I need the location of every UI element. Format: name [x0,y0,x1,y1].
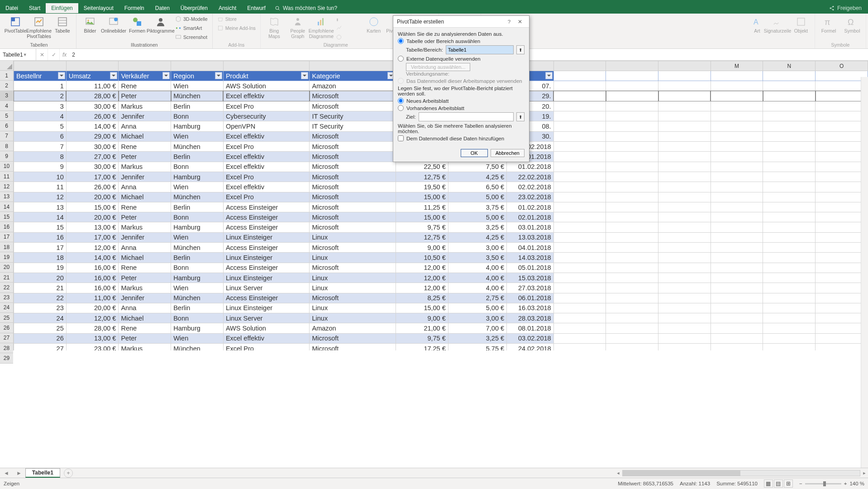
range-picker-icon[interactable]: ⬆ [516,112,525,121]
table-column-header[interactable]: Kategorie [310,71,396,81]
radio-table-range[interactable]: Tabelle oder Bereich auswählen [398,38,525,44]
ribbon-tab[interactable]: Formeln [119,3,150,13]
smartart-button[interactable]: SmartArt [173,24,210,33]
ribbon-tab[interactable]: Einfügen [46,3,78,13]
filter-icon[interactable] [301,72,308,79]
table-row[interactable]: 2320,00 €AnnaBerlinLinux EinsteigerLinux… [14,303,868,313]
table-row[interactable]: 2723,00 €MarkusMünchenExcel ProMicrosoft… [14,344,868,350]
filter-icon[interactable] [162,72,170,79]
table-row[interactable]: 930,00 €MarkusBonnExcel effektivMicrosof… [14,162,868,172]
table-column-header[interactable]: Produkt [223,71,310,81]
row-headers[interactable]: 1234567891011121314151617181920212223242… [0,61,14,350]
svg-rect-20 [176,35,181,38]
pivottable-button[interactable]: PivotTable [5,14,26,34]
help-icon[interactable]: ? [504,19,515,24]
column-header[interactable]: N [763,61,816,71]
maps-button[interactable]: Karten [363,14,385,34]
people-graph-button[interactable]: People Graph [287,14,309,39]
ok-button[interactable]: OK [461,149,488,157]
table-row[interactable]: 2412,00 €MichaelBonnLinux ServerLinux9,0… [14,313,868,323]
horizontal-scrollbar[interactable]: ◄► [615,468,868,478]
table-row[interactable]: 2116,00 €MarkusWienLinux ServerLinux12,0… [14,283,868,293]
share-button[interactable]: Freigeben [823,3,868,13]
radio-external-source[interactable]: Externe Datenquelle verwenden [398,56,525,62]
ribbon-tab[interactable]: Entwurf [242,3,271,13]
target-input[interactable] [419,112,514,121]
view-buttons[interactable]: ▦▤⊞ [764,479,793,488]
ribbon-tab[interactable]: Datei [0,3,24,13]
chart-type-1[interactable] [334,14,361,24]
my-addins-button[interactable]: Meine Add-Ins [215,24,258,33]
column-header[interactable]: O [816,61,868,71]
radio-existing-sheet[interactable]: Vorhandenes Arbeitsblatt [398,105,525,111]
filter-icon[interactable] [58,72,65,79]
zoom-control[interactable]: −+ 140 % [799,481,864,486]
table-row[interactable]: 1712,00 €AnnaMünchenAccess EinsteigerMic… [14,243,868,253]
table-row[interactable]: 1420,00 €PeterBonnAccess EinsteigerMicro… [14,212,868,222]
bing-maps-button[interactable]: Bing Maps [263,14,285,39]
icons-button[interactable]: Piktogramme [150,14,172,34]
table-column-header[interactable]: Verkäufer [119,71,171,81]
formula-value[interactable]: 2 [69,52,78,58]
table-row[interactable]: 1617,00 €JenniferWienLinux EinsteigerLin… [14,232,868,242]
recommended-pivot-button[interactable]: Empfohlene PivotTables [28,14,50,39]
filter-icon[interactable] [110,72,117,79]
table-row[interactable]: 1220,00 €MichaelMünchenExcel ProMicrosof… [14,192,868,202]
table-row[interactable]: 2528,00 €ReneHamburgAWS SolutionAmazon21… [14,323,868,333]
table-column-header[interactable]: Umsatz [66,71,119,81]
ribbon-tab[interactable]: Seitenlayout [78,3,119,13]
recommended-charts-button[interactable]: Empfohlene Diagramme [310,14,332,39]
table-row[interactable]: 1916,00 €ReneBonnAccess EinsteigerMicros… [14,263,868,273]
chart-type-2[interactable] [334,24,361,33]
table-range-input[interactable] [446,45,514,54]
range-picker-icon[interactable]: ⬆ [516,45,525,54]
chart-type-3[interactable] [334,33,361,42]
object-button[interactable]: Objekt [790,14,812,34]
add-sheet-icon[interactable]: + [64,469,73,478]
ribbon-tab[interactable]: Ansicht [213,3,242,13]
table-row[interactable]: 1315,00 €ReneBerlinAccess EinsteigerMicr… [14,202,868,212]
table-row[interactable]: 2211,00 €JenniferMünchenAccess Einsteige… [14,293,868,303]
name-box[interactable]: Tabelle1▼ [0,49,36,60]
screenshot-button[interactable]: Screenshot [173,33,210,42]
zoom-level: 140 % [849,481,864,486]
table-column-header[interactable]: Region [171,71,224,81]
dialog-titlebar[interactable]: PivotTable erstellen ? ✕ [393,16,529,28]
checkbox-add-to-model[interactable]: Dem Datenmodell diese Daten hinzufügen [398,135,525,141]
ribbon-tab[interactable]: Überprüfen [175,3,213,13]
close-icon[interactable]: ✕ [515,19,525,25]
tell-me[interactable]: Was möchten Sie tun? [275,5,337,11]
table-button[interactable]: Tabelle [52,14,73,34]
filter-icon[interactable] [545,72,553,79]
cancel-button[interactable]: Abbrechen [491,149,525,157]
signature-button[interactable]: Signaturzeile [767,14,788,34]
symbol-button[interactable]: ΩSymbol [841,14,863,34]
sheet-tab[interactable]: Tabelle1 [25,468,60,478]
fx-icon[interactable]: fx [60,52,69,58]
sheet-nav-prev-icon[interactable]: ◄ [0,470,13,476]
table-row[interactable]: 1126,00 €AnnaWienExcel effektivMicrosoft… [14,182,868,192]
table-row[interactable]: 2016,00 €PeterHamburgLinux EinsteigerLin… [14,273,868,283]
pictures-button[interactable]: Bilder [79,14,101,34]
table-row[interactable]: 1814,00 €MichaelBerlinLinux EinsteigerLi… [14,253,868,263]
wordart-button[interactable]: AArt [749,14,765,34]
table-column-header[interactable]: Bestellnr [14,71,67,81]
fb-enter-icon[interactable]: ✓ [48,49,60,60]
fb-cancel-icon[interactable]: ✕ [36,49,48,60]
radio-new-sheet[interactable]: Neues Arbeitsblatt [398,98,525,104]
shapes-button[interactable]: Formen [126,14,148,34]
table-row[interactable]: 1513,00 €MarkusHamburgAccess EinsteigerM… [14,222,868,232]
vertical-scrollbar[interactable] [861,77,868,468]
ribbon-tab[interactable]: Daten [150,3,175,13]
zoom-slider[interactable] [805,483,841,484]
table-row[interactable]: 1017,00 €JenniferHamburgExcel ProMicroso… [14,172,868,182]
equation-button[interactable]: πFormel [818,14,839,34]
sheet-nav-next-icon[interactable]: ► [13,470,25,476]
ribbon-tab[interactable]: Start [24,3,46,13]
table-row[interactable]: 2613,00 €PeterWienExcel effektivMicrosof… [14,333,868,343]
filter-icon[interactable] [215,72,222,79]
3d-models-button[interactable]: 3D-Modelle [173,14,210,24]
column-header[interactable]: M [711,61,763,71]
online-pictures-button[interactable]: Onlinebilder [103,14,124,34]
store-button[interactable]: Store [215,14,258,24]
